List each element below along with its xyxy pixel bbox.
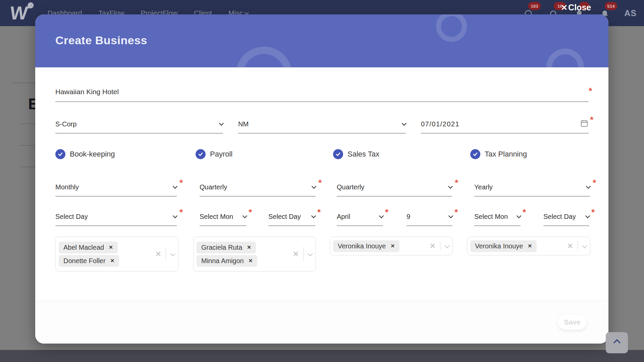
multiselect-controls: ✕: [155, 247, 174, 261]
remove-chip-icon[interactable]: ✕: [528, 243, 532, 249]
divider: [440, 241, 441, 251]
required-marker: *: [591, 209, 595, 216]
clear-all-icon[interactable]: ✕: [567, 243, 573, 249]
scroll-to-top-button[interactable]: [606, 332, 628, 353]
assignee-chip: Graciela Ruta ✕: [197, 242, 256, 253]
notification-badge: 514: [605, 2, 617, 10]
frequency-select-bookkeeping[interactable]: Monthly *: [55, 182, 177, 196]
entity-type-select[interactable]: S-Corp: [55, 119, 223, 133]
state-select[interactable]: NM: [238, 119, 406, 133]
chevron-down-icon: [379, 214, 384, 218]
required-marker: *: [454, 209, 458, 216]
start-date-input[interactable]: 07/01/2021 *: [421, 119, 589, 133]
clear-all-icon[interactable]: ✕: [293, 251, 299, 257]
modal-title: Create Business: [55, 34, 147, 47]
checkbox-payroll[interactable]: Payroll: [196, 149, 232, 159]
divider: [166, 247, 166, 261]
close-button[interactable]: ✕ Close: [561, 3, 591, 12]
chevron-down-icon: [517, 214, 521, 218]
checkbox-book-keeping[interactable]: Book-keeping: [55, 149, 115, 159]
chip-list: Abel Maclead ✕ Donette Foller ✕: [59, 242, 153, 267]
logo-bubble-icon: ~: [28, 2, 34, 8]
chip-list: Veronika Inouye ✕: [333, 240, 428, 252]
chip-list: Graciela Ruta ✕ Minna Amigon ✕: [197, 242, 291, 267]
assignees-multiselect-tax-planning[interactable]: Veronika Inouye ✕ ✕: [467, 237, 590, 255]
multiselect-controls: ✕: [293, 247, 312, 261]
required-marker: *: [318, 179, 322, 186]
multiselect-controls: ✕: [567, 241, 586, 251]
assignees-multiselect-payroll[interactable]: Graciela Ruta ✕ Minna Amigon ✕ ✕: [193, 237, 316, 272]
required-marker: *: [385, 209, 388, 216]
chevron-down-icon: [243, 214, 247, 218]
close-icon: ✕: [561, 3, 568, 12]
checkbox-sales-tax[interactable]: Sales Tax: [333, 149, 379, 159]
remove-chip-icon[interactable]: ✕: [390, 243, 395, 249]
chevron-down-icon[interactable]: [170, 251, 175, 256]
chevron-down-icon[interactable]: [308, 251, 313, 256]
chevron-down-icon[interactable]: [444, 243, 450, 248]
month-select-payroll[interactable]: Select Mon *: [200, 212, 247, 226]
chevron-down-icon: [245, 10, 249, 15]
create-business-modal: Create Business Hawaiian King Hotel * S-…: [35, 14, 608, 344]
remove-chip-icon[interactable]: ✕: [110, 258, 115, 264]
remove-chip-icon[interactable]: ✕: [249, 258, 253, 264]
chevron-down-icon: [173, 184, 177, 189]
required-marker: *: [179, 179, 183, 186]
calendar-icon[interactable]: [580, 119, 589, 128]
frequency-select-tax-planning[interactable]: Yearly *: [474, 182, 590, 196]
assignee-chip: Abel Maclead ✕: [59, 242, 118, 253]
chevron-down-icon[interactable]: [582, 243, 587, 248]
chevron-down-icon: [402, 121, 407, 126]
assignee-chip: Veronika Inouye ✕: [333, 240, 399, 252]
required-marker: *: [593, 179, 596, 186]
chip-list: Veronika Inouye ✕: [470, 240, 565, 252]
chevron-down-icon: [585, 214, 590, 218]
required-marker: *: [317, 209, 321, 216]
required-marker: *: [590, 116, 593, 123]
decorative-ring: [436, 14, 467, 42]
chevron-up-icon: [613, 339, 620, 346]
multiselect-controls: ✕: [430, 241, 448, 251]
business-name-input[interactable]: Hawaiian King Hotel *: [55, 87, 589, 102]
modal-header: Create Business: [35, 14, 608, 67]
remove-chip-icon[interactable]: ✕: [247, 244, 251, 250]
chevron-down-icon: [312, 184, 316, 189]
month-select-sales-tax[interactable]: April *: [337, 212, 383, 226]
assignee-chip: Veronika Inouye ✕: [470, 240, 537, 252]
close-label: Close: [568, 3, 591, 12]
required-marker: *: [523, 209, 526, 216]
divider: [578, 241, 578, 251]
save-button[interactable]: Save: [558, 314, 587, 330]
required-marker: *: [179, 209, 183, 216]
checked-checkbox-icon: [470, 149, 480, 159]
day-select-payroll[interactable]: Select Day *: [268, 212, 315, 226]
assignee-chip: Donette Foller ✕: [59, 255, 119, 267]
decorative-ring: [546, 49, 584, 67]
day-select-sales-tax[interactable]: 9 *: [407, 212, 452, 226]
required-marker: *: [249, 209, 252, 216]
frequency-select-sales-tax[interactable]: Quarterly *: [337, 182, 452, 196]
checkbox-tax-planning[interactable]: Tax Planning: [470, 149, 527, 159]
day-select-bookkeeping[interactable]: Select Day *: [55, 212, 177, 226]
remove-chip-icon[interactable]: ✕: [109, 244, 113, 250]
checked-checkbox-icon: [333, 149, 343, 159]
decorative-ring: [236, 47, 292, 67]
day-select-tax-planning[interactable]: Select Day *: [543, 212, 589, 226]
chevron-down-icon: [311, 214, 316, 218]
month-select-tax-planning[interactable]: Select Mon *: [474, 212, 521, 226]
notification-badge: 103: [528, 2, 541, 10]
clear-all-icon[interactable]: ✕: [430, 243, 436, 249]
chevron-down-icon: [173, 214, 177, 218]
avatar[interactable]: AS: [624, 8, 637, 18]
assignees-multiselect-sales-tax[interactable]: Veronika Inouye ✕ ✕: [330, 237, 453, 255]
assignees-multiselect-bookkeeping[interactable]: Abel Maclead ✕ Donette Foller ✕ ✕: [55, 237, 178, 272]
required-marker: *: [455, 179, 458, 186]
clear-all-icon[interactable]: ✕: [155, 251, 161, 257]
app-logo[interactable]: W ~: [9, 3, 27, 23]
modal-footer: Save: [35, 301, 608, 344]
logo-letter: W: [9, 2, 27, 23]
frequency-select-payroll[interactable]: Quarterly *: [200, 182, 316, 196]
chevron-down-icon: [219, 121, 224, 126]
chevron-down-icon: [448, 184, 453, 189]
chevron-down-icon: [448, 214, 453, 218]
